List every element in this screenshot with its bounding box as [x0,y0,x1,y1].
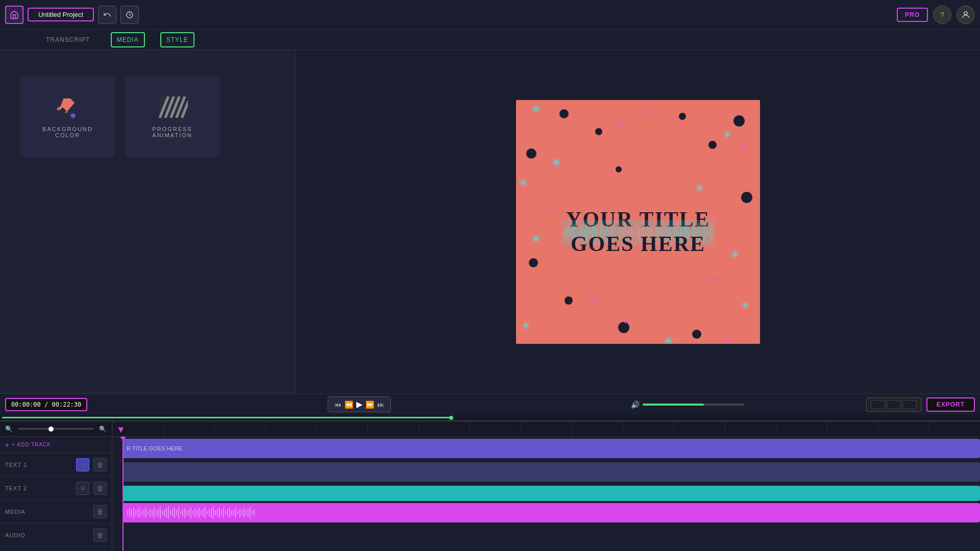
playhead-arrow: ▼ [116,424,126,435]
track-delete-media[interactable]: 🗑 [93,505,107,518]
preview-thumbnails [871,400,917,409]
zoom-area [18,428,94,430]
back-frame-button[interactable]: ⏪ [345,400,353,409]
play-button[interactable]: ▶ [356,399,362,409]
canvas-subtitle-text: GOES HERE [571,232,705,256]
playback-controls: ⏮ ⏪ ▶ ⏩ ⏭ [328,396,391,412]
track-delete-text2[interactable]: 🗑 [93,482,107,495]
tab-transcript[interactable]: TRANSCRIPT [41,33,95,46]
progress-animation-label: PROGRESSANIMATION [152,126,192,138]
diagonal-lines-icon [157,94,188,120]
timeline-tracks-left: 🔍 🔍 + + ADD TRACK TEXT 1 ≡ 🗑 TEXT 2 ≡ 🗑 [0,421,112,551]
timeline-ruler-marks [112,421,980,436]
deco-squiggle: 〜 [586,293,598,307]
canvas-preview: ✳ ✳ ✳ ✳ ✳ ✳ ✳ ✳ ✳ ✳ 〜 〜 〜 〜 〜 〜 〜 〜 YOUR… [516,100,760,344]
clip-audio[interactable] [122,503,980,522]
clip-text1-label: R TITLE GOES HERE [127,445,182,452]
top-bar: Untitled Project PRO ? [0,0,980,30]
track-row-media: MEDIA 🗑 [0,500,112,523]
clip-text2[interactable] [122,462,980,482]
zoom-thumb [48,427,54,432]
timeline-ruler: ▼ [112,421,980,437]
clip-text1[interactable]: R TITLE GOES HERE [122,439,980,458]
skip-back-button[interactable]: ⏮ [334,400,341,409]
zoom-slider[interactable] [18,428,94,430]
timeline-scrub-thumb[interactable] [449,416,453,420]
deco-dot [526,148,536,159]
deco-dot [529,258,538,267]
deco-dot [708,141,717,149]
timeline-tracks-right: ▼ R TITLE GOES HERE [112,421,980,551]
deco-dot [616,166,622,172]
deco-snowflake: ✳ [531,103,541,116]
pro-button[interactable]: PRO [897,8,928,22]
background-color-card[interactable]: BACKGROUNDCOLOR [20,76,115,157]
export-preview-area [866,397,921,412]
timeline-header-left: 🔍 🔍 [0,421,112,437]
deco-squiggle: 〜 [721,334,733,344]
progress-animation-card[interactable]: PROGRESSANIMATION [125,76,219,157]
track-label-text1: TEXT 1 [5,462,72,468]
top-bar-left: Untitled Project [5,6,139,24]
history-button[interactable] [120,6,139,24]
track-label-text2: TEXT 2 [5,485,72,491]
deco-squiggle: 〜 [541,201,556,216]
project-title-button[interactable]: Untitled Project [28,8,94,21]
left-panel: BACKGROUNDCOLOR PROGRESSANIMATION [0,50,296,393]
svg-point-1 [964,12,967,15]
add-track-label: + ADD TRACK [12,442,51,447]
timeline-scrub-bar[interactable] [2,417,451,418]
deco-snowflake: ✳ [531,233,541,246]
tab-media[interactable]: MEDIA [111,32,145,47]
track-delete-text1[interactable]: 🗑 [93,458,107,471]
current-time: 00:00:00 [11,401,41,408]
preview-thumb [887,400,901,409]
zoom-in-icon[interactable]: 🔍 [99,425,107,433]
search-icon[interactable]: 🔍 [5,425,13,433]
deco-dot [565,296,573,305]
export-button[interactable]: EXPORT [926,397,975,412]
volume-fill [643,404,704,406]
timeline: 🔍 🔍 + + ADD TRACK TEXT 1 ≡ 🗑 TEXT 2 ≡ 🗑 [0,421,980,551]
forward-frame-button[interactable]: ⏩ [365,400,374,409]
help-button[interactable]: ? [933,6,951,24]
plus-icon: + [5,441,10,449]
account-button[interactable] [957,6,975,24]
track-adjust-text1[interactable]: ≡ [76,458,89,471]
track-row-audio: AUDIO 🗑 [0,523,112,547]
top-bar-right: PRO ? [897,6,975,24]
bottom-controls: 00:00:00 / 00:22:30 ⏮ ⏪ ▶ ⏩ ⏭ 🔊 EXPORT [0,393,980,415]
deco-snowflake: ✳ [730,248,740,261]
svg-point-2 [57,107,60,111]
home-button[interactable] [5,6,23,24]
timeline-scrub-container[interactable] [0,415,980,421]
nav-tabs: TRANSCRIPT MEDIA STYLE [0,30,980,50]
deco-snowflake: ✳ [521,319,530,333]
tab-style[interactable]: STYLE [160,32,194,47]
deco-snowflake: ✳ [723,128,732,141]
undo-button[interactable] [98,6,116,24]
timeline-content[interactable]: R TITLE GOES HERE [112,437,980,551]
time-display: 00:00:00 / 00:22:30 [5,398,87,411]
skip-forward-button[interactable]: ⏭ [377,400,384,409]
deco-snowflake: ✳ [519,177,528,190]
deco-squiggle: 〜 [642,104,654,118]
preview-thumb [902,400,917,409]
volume-slider[interactable] [643,404,745,406]
background-color-label: BACKGROUNDCOLOR [42,126,93,138]
total-time: 00:22:30 [52,401,81,408]
track-row-text2: TEXT 2 ≡ 🗑 [0,477,112,500]
deco-snowflake: ✳ [695,182,704,195]
timeline-scrubber [122,437,124,551]
add-track-button[interactable]: + + ADD TRACK [0,437,112,453]
track-label-media: MEDIA [5,509,89,515]
track-adjust-text2[interactable]: ≡ [76,482,89,495]
volume-area: 🔊 [631,400,861,409]
track-delete-audio[interactable]: 🗑 [93,529,107,542]
deco-dot [733,115,745,127]
deco-dot [595,128,602,135]
style-cards: BACKGROUNDCOLOR PROGRESSANIMATION [20,76,275,157]
deco-snowflake: ✳ [552,156,561,169]
clip-media[interactable] [122,486,980,501]
deco-dot [559,109,569,118]
